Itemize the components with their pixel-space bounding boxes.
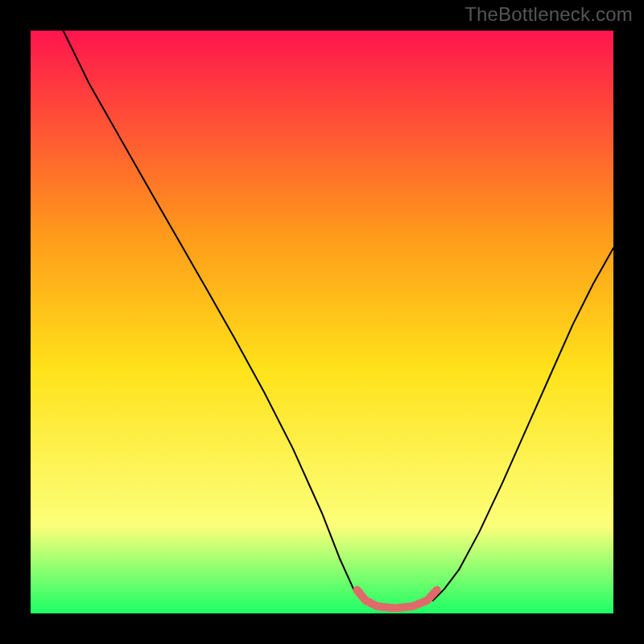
chart-frame: TheBottleneck.com	[0, 0, 644, 644]
gradient-background	[31, 31, 613, 613]
plot-svg	[31, 31, 613, 613]
watermark-text: TheBottleneck.com	[464, 3, 633, 26]
plot-area	[31, 31, 613, 613]
